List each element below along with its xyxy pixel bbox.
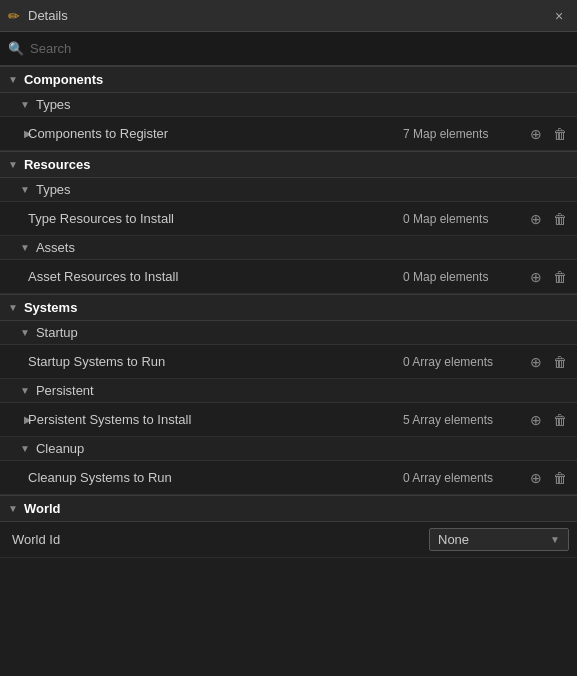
prop-asset-resources-value: 0 Map elements bbox=[395, 270, 525, 284]
expand-type-resources-button: ▶ bbox=[0, 213, 28, 224]
dropdown-chevron-icon: ▼ bbox=[550, 534, 560, 545]
search-bar: 🔍 bbox=[0, 32, 577, 66]
delete-persistent-systems-button[interactable]: 🗑 bbox=[549, 409, 571, 431]
section-resources[interactable]: ▼ Resources bbox=[0, 151, 577, 178]
chevron-components-icon: ▼ bbox=[8, 74, 18, 85]
startup-systems-actions: ⊕ 🗑 bbox=[525, 351, 577, 373]
persistent-systems-actions: ⊕ 🗑 bbox=[525, 409, 577, 431]
section-components[interactable]: ▼ Components bbox=[0, 66, 577, 93]
subsection-resources-assets-label: Assets bbox=[36, 240, 75, 255]
panel-title: Details bbox=[28, 8, 541, 23]
add-persistent-systems-button[interactable]: ⊕ bbox=[525, 409, 547, 431]
subsection-cleanup-label: Cleanup bbox=[36, 441, 84, 456]
row-startup-systems-to-run: ▶ Startup Systems to Run 0 Array element… bbox=[0, 345, 577, 379]
search-icon: 🔍 bbox=[8, 41, 24, 56]
section-systems[interactable]: ▼ Systems bbox=[0, 294, 577, 321]
search-input[interactable] bbox=[30, 41, 569, 56]
prop-persistent-systems-value: 5 Array elements bbox=[395, 413, 525, 427]
section-world-label: World bbox=[24, 501, 61, 516]
subsection-resources-assets[interactable]: ▼ Assets bbox=[0, 236, 577, 260]
subsection-startup-label: Startup bbox=[36, 325, 78, 340]
expand-persistent-systems-button[interactable]: ▶ bbox=[0, 414, 28, 425]
section-components-label: Components bbox=[24, 72, 103, 87]
cleanup-systems-actions: ⊕ 🗑 bbox=[525, 467, 577, 489]
prop-persistent-systems-name: Persistent Systems to Install bbox=[28, 406, 395, 433]
chevron-systems-icon: ▼ bbox=[8, 302, 18, 313]
world-id-value: None bbox=[438, 532, 469, 547]
prop-startup-systems-name: Startup Systems to Run bbox=[28, 348, 395, 375]
prop-asset-resources-name: Asset Resources to Install bbox=[28, 263, 395, 290]
row-asset-resources-to-install: ▶ Asset Resources to Install 0 Map eleme… bbox=[0, 260, 577, 294]
section-systems-label: Systems bbox=[24, 300, 77, 315]
type-resources-actions: ⊕ 🗑 bbox=[525, 208, 577, 230]
prop-components-to-register-name: Components to Register bbox=[28, 120, 395, 147]
row-type-resources-to-install: ▶ Type Resources to Install 0 Map elemen… bbox=[0, 202, 577, 236]
prop-type-resources-name: Type Resources to Install bbox=[28, 205, 395, 232]
row-components-to-register: ▶ Components to Register 7 Map elements … bbox=[0, 117, 577, 151]
pencil-icon: ✏ bbox=[8, 8, 20, 24]
delete-type-resources-button[interactable]: 🗑 bbox=[549, 208, 571, 230]
chevron-cleanup-icon: ▼ bbox=[20, 443, 30, 454]
subsection-cleanup[interactable]: ▼ Cleanup bbox=[0, 437, 577, 461]
chevron-startup-icon: ▼ bbox=[20, 327, 30, 338]
prop-world-id-label: World Id bbox=[12, 532, 429, 547]
row-world-id: World Id None ▼ bbox=[0, 522, 577, 558]
content-area: ▼ Components ▼ Types ▶ Components to Reg… bbox=[0, 66, 577, 676]
prop-cleanup-systems-name: Cleanup Systems to Run bbox=[28, 464, 395, 491]
delete-components-to-register-button[interactable]: 🗑 bbox=[549, 123, 571, 145]
world-id-dropdown[interactable]: None ▼ bbox=[429, 528, 569, 551]
chevron-persistent-icon: ▼ bbox=[20, 385, 30, 396]
delete-cleanup-systems-button[interactable]: 🗑 bbox=[549, 467, 571, 489]
prop-cleanup-systems-value: 0 Array elements bbox=[395, 471, 525, 485]
subsection-components-types[interactable]: ▼ Types bbox=[0, 93, 577, 117]
expand-components-to-register-button[interactable]: ▶ bbox=[0, 128, 28, 139]
add-type-resources-button[interactable]: ⊕ bbox=[525, 208, 547, 230]
chevron-resources-icon: ▼ bbox=[8, 159, 18, 170]
subsection-resources-types[interactable]: ▼ Types bbox=[0, 178, 577, 202]
expand-startup-systems-button: ▶ bbox=[0, 356, 28, 367]
row-cleanup-systems-to-run: ▶ Cleanup Systems to Run 0 Array element… bbox=[0, 461, 577, 495]
subsection-persistent-label: Persistent bbox=[36, 383, 94, 398]
subsection-persistent[interactable]: ▼ Persistent bbox=[0, 379, 577, 403]
section-world[interactable]: ▼ World bbox=[0, 495, 577, 522]
expand-cleanup-systems-button: ▶ bbox=[0, 472, 28, 483]
chevron-resources-types-icon: ▼ bbox=[20, 184, 30, 195]
prop-startup-systems-value: 0 Array elements bbox=[395, 355, 525, 369]
chevron-resources-assets-icon: ▼ bbox=[20, 242, 30, 253]
chevron-world-icon: ▼ bbox=[8, 503, 18, 514]
add-startup-systems-button[interactable]: ⊕ bbox=[525, 351, 547, 373]
close-button[interactable]: × bbox=[549, 6, 569, 26]
subsection-startup[interactable]: ▼ Startup bbox=[0, 321, 577, 345]
section-resources-label: Resources bbox=[24, 157, 90, 172]
prop-type-resources-value: 0 Map elements bbox=[395, 212, 525, 226]
subsection-components-types-label: Types bbox=[36, 97, 71, 112]
delete-startup-systems-button[interactable]: 🗑 bbox=[549, 351, 571, 373]
chevron-components-types-icon: ▼ bbox=[20, 99, 30, 110]
subsection-resources-types-label: Types bbox=[36, 182, 71, 197]
expand-asset-resources-button: ▶ bbox=[0, 271, 28, 282]
delete-asset-resources-button[interactable]: 🗑 bbox=[549, 266, 571, 288]
title-bar: ✏ Details × bbox=[0, 0, 577, 32]
add-cleanup-systems-button[interactable]: ⊕ bbox=[525, 467, 547, 489]
add-components-to-register-button[interactable]: ⊕ bbox=[525, 123, 547, 145]
asset-resources-actions: ⊕ 🗑 bbox=[525, 266, 577, 288]
row-persistent-systems-to-install: ▶ Persistent Systems to Install 5 Array … bbox=[0, 403, 577, 437]
components-to-register-actions: ⊕ 🗑 bbox=[525, 123, 577, 145]
prop-components-to-register-value: 7 Map elements bbox=[395, 127, 525, 141]
add-asset-resources-button[interactable]: ⊕ bbox=[525, 266, 547, 288]
